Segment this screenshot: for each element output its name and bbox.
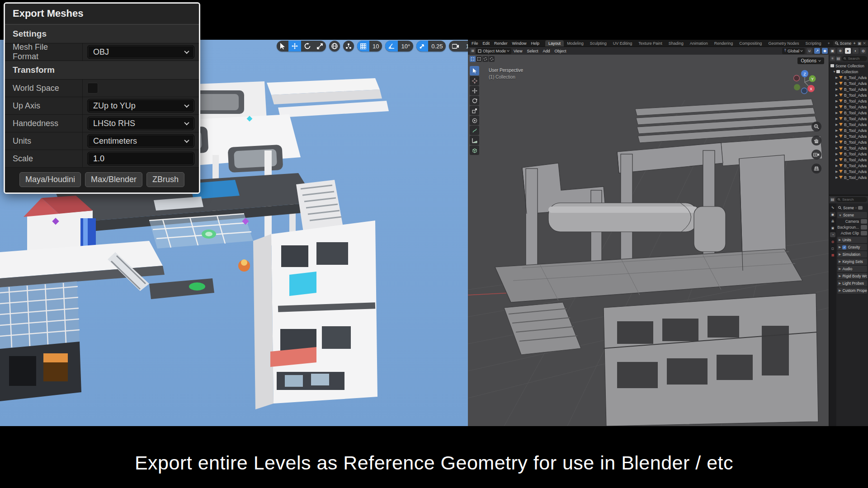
expand-icon[interactable]: ▶ [835,117,839,121]
viewport-menu-item[interactable]: Object [552,49,568,53]
select-box-tool[interactable] [470,66,479,75]
outliner-object-row[interactable]: ▶ B_Tool_Adva [829,92,868,98]
workspace-tab[interactable]: Texture Paint [635,40,665,47]
light-probes-section[interactable]: ▶ Light Probes [837,280,867,286]
menu-item[interactable]: Edit [481,41,492,46]
select-box-icon[interactable] [476,56,482,62]
outliner-object-row[interactable]: ▶ B_Tool_Adva [829,110,868,116]
scene-field-row[interactable]: Camera [837,218,867,224]
workspace-tab[interactable]: Layout [545,40,564,47]
properties-editor-icon[interactable]: ▤ [830,197,835,202]
scale-snap-value[interactable]: 0.25 [428,41,446,52]
view-layer-tab-icon[interactable]: ▣ [830,225,835,230]
camera-view-icon[interactable] [811,150,821,160]
transform-orientation-dropdown[interactable]: ⤒ Global [782,48,805,54]
add-cube-tool[interactable] [470,145,479,155]
outliner-object-row[interactable]: ▶ B_Tool_Adva [829,86,868,92]
outliner-object-row[interactable]: ▶ B_Tool_Adva [829,104,868,110]
rotate-tool[interactable] [470,96,479,105]
outliner-object-row[interactable]: ▶ B_Tool_Adva [829,145,868,151]
menu-item[interactable]: Render [492,41,510,46]
outliner-object-row[interactable]: ▶ B_Tool_Adva [829,75,868,80]
menu-item[interactable]: Window [510,41,529,46]
texture-tab-icon[interactable]: ▦ [830,253,835,258]
scene-field-row[interactable]: Backgroun... [837,224,867,230]
shading-solid-icon[interactable]: ● [845,48,851,54]
scene-selector[interactable]: Scene ✦ ▣ ✕ [833,41,868,46]
outliner-object-row[interactable]: ▶ B_Tool_Adva [829,174,868,180]
scale-snap-icon[interactable] [416,41,428,52]
menu-item[interactable]: Help [529,41,542,46]
zoom-icon[interactable] [811,122,821,131]
expand-icon[interactable]: ▶ [835,164,839,168]
expand-icon[interactable]: ▶ [835,94,839,97]
rigid-body-world-section[interactable]: ▶ Rigid Body World [837,273,867,279]
snap-magnet-icon[interactable]: ∪ [807,48,812,54]
expand-icon[interactable]: ▶ [835,99,839,103]
move-tool-button[interactable] [288,41,301,52]
expand-icon[interactable]: ▶ [835,176,839,179]
xray-toggle-icon[interactable]: ▣ [830,48,835,54]
move-tool[interactable] [470,86,479,95]
expand-icon[interactable]: ▶ [835,123,839,127]
outliner-object-row[interactable]: ▶ B_Tool_Adva [829,151,868,157]
select-circle-icon[interactable] [482,56,488,62]
viewport-menu-item[interactable]: Select [524,49,540,53]
rotate-tool-button[interactable] [301,41,314,52]
measure-tool[interactable] [470,136,479,145]
viewport-menu-item[interactable]: View [511,49,524,53]
workspace-tab[interactable]: + [824,40,833,47]
expand-icon[interactable]: ▶ [835,152,839,156]
outliner-object-row[interactable]: ▶ B_Tool_Adva [829,122,868,127]
scene-field-row[interactable]: Active Clip [837,230,867,236]
transform-tool[interactable] [470,116,479,125]
annotate-tool[interactable] [470,126,479,135]
workspace-tab[interactable]: Animation [687,40,711,47]
snap-target-icon[interactable]: ↗ [814,48,820,54]
outliner-display-mode-icon[interactable]: ▤ [836,56,841,61]
tool-tab-icon[interactable]: 🔧︎ [830,205,835,210]
scale-tool[interactable] [470,106,479,115]
outliner-search-input[interactable] [847,56,865,61]
mesh-file-format-dropdown[interactable]: OBJ [87,45,194,59]
viewport-menu-item[interactable]: Add [540,49,552,53]
collapse-icon[interactable]: ▼ [833,70,836,73]
expand-icon[interactable]: ▶ [835,170,839,174]
workspace-tab[interactable]: Shading [665,40,687,47]
scene-section-header[interactable]: ▼ Scene [837,212,867,218]
copy-icon[interactable]: ▣ [858,41,862,46]
overlays-toggle-icon[interactable]: ⊕ [837,48,843,54]
outliner-object-row[interactable]: ▶ B_Tool_Adva [829,116,868,122]
simulation-section[interactable]: ▶ Simulation [837,251,867,258]
expand-icon[interactable]: ▶ [835,141,839,144]
expand-icon[interactable]: ▶ [835,158,839,162]
workspace-tab[interactable]: Rendering [711,40,736,47]
output-tab-icon[interactable]: 🖶︎ [830,219,835,224]
units-dropdown[interactable]: Centimeters [87,134,194,148]
collection-row[interactable]: ▼ Collection [829,69,868,75]
object-tab-icon[interactable]: ◻ [830,246,835,251]
cursor-tool[interactable] [470,76,479,85]
properties-search[interactable] [836,197,867,202]
scale-input[interactable]: 1.0 [87,152,194,165]
export-preset-button[interactable]: Maya/Houdini [19,172,81,187]
expand-icon[interactable]: ▶ [835,105,839,109]
units-section[interactable]: ▶ Units [837,237,867,243]
workspace-tab[interactable]: Scripting [802,40,824,47]
object-mode-dropdown[interactable]: Object Mode [476,48,511,54]
pan-hand-icon[interactable] [811,136,821,145]
select-lasso-icon[interactable] [489,56,495,62]
editor-type-icon[interactable]: ⊞ [470,48,476,54]
pin-icon[interactable]: ✦ [853,41,856,46]
outliner-filter-icon[interactable]: ≡ [830,56,835,61]
outliner-search[interactable] [842,56,867,61]
world-space-toggle-button[interactable] [329,41,340,52]
expand-icon[interactable]: ▶ [835,135,839,138]
workspace-tab[interactable]: Sculpting [587,40,610,47]
outliner-object-row[interactable]: ▶ B_Tool_Adva [829,98,868,104]
world-tab-icon[interactable]: ◍ [830,239,835,244]
options-button[interactable]: Options [797,57,824,64]
handedness-dropdown[interactable]: LHSto RHS [87,117,194,130]
shading-material-icon[interactable]: ◐ [853,48,859,54]
outliner-object-row[interactable]: ▶ B_Tool_Adva [829,80,868,86]
